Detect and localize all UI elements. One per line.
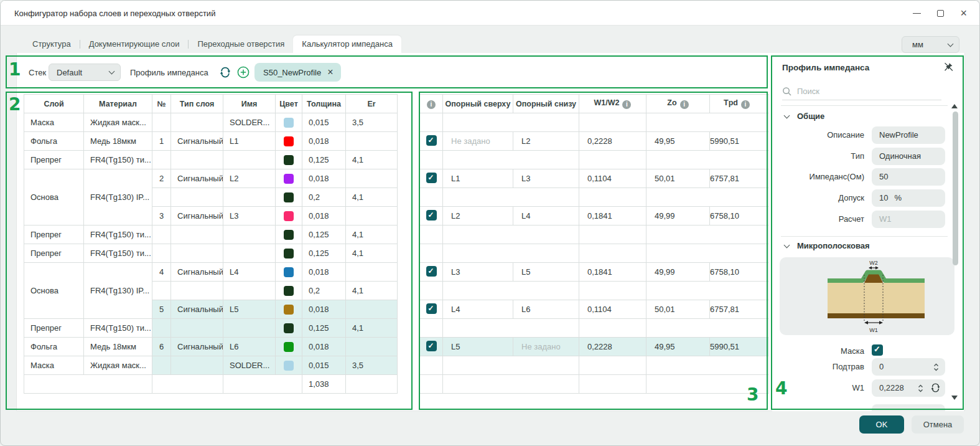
thickness-cell[interactable]: 0,125 [302,151,346,169]
general-section-header[interactable]: Общие [785,112,824,121]
layer-type-cell[interactable] [171,113,223,132]
minimize-icon[interactable] [913,13,921,14]
layer-color-cell[interactable] [276,300,302,319]
er-cell[interactable] [346,207,398,225]
layer-type-cell[interactable]: Сигнальный [171,300,223,319]
layer-name-cell[interactable] [223,282,276,300]
impedance-enabled-cell[interactable] [420,263,443,282]
layer-name-cell[interactable] [223,244,276,263]
layer-number-cell[interactable] [152,319,171,338]
thickness-cell[interactable]: 0,2 [302,282,346,300]
layer-color-cell[interactable] [276,356,302,375]
material-cell[interactable]: FR4(Tg130) IP... [84,169,152,225]
layer-type-cell[interactable] [171,188,223,207]
layer-color-cell[interactable] [276,188,302,207]
layer-type-cell[interactable]: Сигнальный [171,207,223,225]
thickness-cell[interactable]: 0,125 [302,319,346,338]
layer-name-cell[interactable]: L5 [223,300,276,319]
color-swatch[interactable] [284,249,294,259]
w1w2-cell[interactable]: 0,2228 [579,132,646,151]
color-swatch[interactable] [284,118,294,128]
material-cell[interactable]: Жидкая маск... [84,356,152,375]
color-swatch[interactable] [284,174,294,184]
color-swatch[interactable] [284,230,294,240]
ref-top-cell[interactable]: L4 [443,300,513,319]
layer-name-cell[interactable] [223,319,276,338]
layer-color-cell[interactable] [276,338,302,356]
ref-top-cell[interactable]: L3 [443,263,513,282]
layer-name-cell[interactable] [223,188,276,207]
layer-color-cell[interactable] [276,225,302,244]
material-cell[interactable]: FR4(Tg150) ти... [84,225,152,244]
ref-bottom-cell[interactable]: L6 [513,300,579,319]
layer-type-cell[interactable]: Сигнальный [171,263,223,282]
tab-structure[interactable]: Структура [24,36,80,53]
layer-name-cell[interactable]: L3 [223,207,276,225]
layer-type-cell[interactable]: Сигнальный [171,338,223,356]
layer-name-cell[interactable] [223,151,276,169]
layer-color-cell[interactable] [276,169,302,188]
maximize-icon[interactable] [937,10,944,17]
ref-bottom-cell[interactable]: Не задано [513,338,579,356]
spinner-icon[interactable] [917,384,924,393]
layer-number-cell[interactable] [152,151,171,169]
microstrip-section-header[interactable]: Микрополосковая [785,241,870,250]
type-field[interactable]: Одиночная [872,148,945,165]
layer-type-cell[interactable]: Сигнальный [171,169,223,188]
ref-top-cell[interactable]: L2 [443,207,513,225]
layer-color-cell[interactable] [276,132,302,151]
layer-number-cell[interactable]: 5 [152,300,171,319]
layer-type-cell[interactable] [171,151,223,169]
recalculate-icon[interactable] [930,382,941,393]
material-cell[interactable]: FR4(Tg150) ти... [84,319,152,338]
layer-kind-cell[interactable]: Маска [24,113,84,132]
er-cell[interactable]: 4,1 [346,282,398,300]
w1w2-cell[interactable]: 0,2228 [579,338,646,356]
layer-number-cell[interactable] [152,244,171,263]
color-swatch[interactable] [284,267,294,277]
thickness-cell[interactable]: 0,125 [302,225,346,244]
thickness-cell[interactable]: 0,018 [302,263,346,282]
ok-button[interactable]: OK [859,415,904,434]
impedance-enabled-cell[interactable] [420,300,443,319]
layer-type-cell[interactable] [171,319,223,338]
er-cell[interactable] [346,132,398,151]
checkbox-checked-icon[interactable] [426,266,437,277]
units-dropdown[interactable]: мм [902,36,959,53]
color-swatch[interactable] [284,155,294,165]
layer-name-cell[interactable] [223,225,276,244]
ref-bottom-cell[interactable]: L2 [513,132,579,151]
layer-kind-cell[interactable]: Маска [24,356,84,375]
layer-color-cell[interactable] [276,151,302,169]
er-cell[interactable]: 3,5 [346,356,398,375]
impedance-enabled-cell[interactable] [420,169,443,188]
layer-name-cell[interactable]: L4 [223,263,276,282]
chip-close-icon[interactable] [327,67,333,77]
checkbox-checked-icon[interactable] [426,303,437,314]
layer-name-cell[interactable]: L6 [223,338,276,356]
close-icon[interactable] [960,9,967,17]
er-cell[interactable]: 3,5 [346,113,398,132]
thickness-cell[interactable]: 0,015 [302,356,346,375]
scrollbar-up-icon[interactable] [951,104,958,108]
color-swatch[interactable] [284,211,294,221]
scrollbar-down-icon[interactable] [951,396,958,400]
layer-color-cell[interactable] [276,113,302,132]
layer-kind-cell[interactable]: Препрег [24,151,84,169]
layer-type-cell[interactable] [171,282,223,300]
layer-color-cell[interactable] [276,282,302,300]
refresh-icon[interactable] [219,66,231,78]
search-input[interactable] [797,87,941,96]
layer-type-cell[interactable]: Сигнальный [171,132,223,151]
color-swatch[interactable] [284,342,294,352]
layer-color-cell[interactable] [276,244,302,263]
color-swatch[interactable] [284,136,294,146]
description-field[interactable]: NewProfile [872,126,945,144]
er-cell[interactable] [346,338,398,356]
layer-color-cell[interactable] [276,319,302,338]
color-swatch[interactable] [284,305,294,315]
material-cell[interactable]: Жидкая маск... [84,113,152,132]
layer-number-cell[interactable]: 6 [152,338,171,356]
color-swatch[interactable] [284,192,294,202]
checkbox-checked-icon[interactable] [426,210,437,221]
